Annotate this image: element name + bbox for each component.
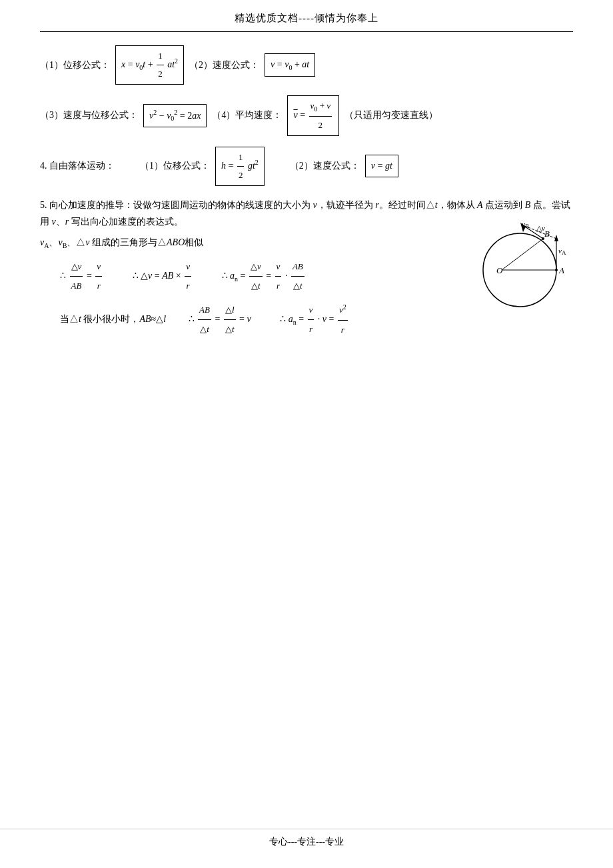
svg-text:B: B <box>544 229 550 239</box>
label-freefall: 4. 自由落体运动： <box>40 157 115 175</box>
header-title: 精选优质文档----倾情为你奉上 <box>235 13 378 23</box>
note-uniform: （只适用匀变速直线） <box>344 106 438 125</box>
svg-text:A: A <box>558 265 564 275</box>
formula-avg-vel: v = v0 + v 2 <box>287 95 339 136</box>
label-vel-disp: （3）速度与位移公式： <box>40 106 138 125</box>
formula-line-2: （3）速度与位移公式： v2 − v02 = 2ax （4）平均速度： v = … <box>40 95 573 136</box>
section-freefall: 4. 自由落体运动： （1）位移公式： h = 1 2 gt2 （2）速度公式：… <box>40 147 573 186</box>
section-kinematics-2: （3）速度与位移公式： v2 − v02 = 2ax （4）平均速度： v = … <box>40 95 573 136</box>
label-velocity: （2）速度公式： <box>189 56 259 75</box>
page: 精选优质文档----倾情为你奉上 （1）位移公式： x = v0t + 1 2 … <box>0 0 613 868</box>
label-freefall-disp: （1）位移公式： <box>140 157 210 175</box>
svg-text:vA: vA <box>558 247 566 256</box>
page-footer: 专心---专注---专业 <box>0 829 613 848</box>
formula-velocity: v = v0 + at <box>265 53 315 77</box>
page-header: 精选优质文档----倾情为你奉上 <box>40 0 573 32</box>
formula-freefall-vel: v = gt <box>365 155 398 177</box>
formula-displacement: x = v0t + 1 2 at2 <box>115 45 184 85</box>
section-kinematics-1: （1）位移公式： x = v0t + 1 2 at2 （2）速度公式： v = … <box>40 45 573 85</box>
label-freefall-vel: （2）速度公式： <box>290 157 360 175</box>
label-displacement: （1）位移公式： <box>40 56 110 75</box>
formula-line-1: （1）位移公式： x = v0t + 1 2 at2 （2）速度公式： v = … <box>40 45 573 85</box>
section-centripetal: 5. 向心加速度的推导：设做匀速圆周运动的物体的线速度的大小为 v，轨迹半径为 … <box>40 197 573 340</box>
svg-text:vB: vB <box>522 220 529 229</box>
svg-line-7 <box>502 239 543 270</box>
formula-freefall-disp: h = 1 2 gt2 <box>215 147 265 186</box>
label-avg-vel: （4）平均速度： <box>212 106 282 125</box>
formula-vel-disp: v2 − v02 = 2ax <box>143 104 207 127</box>
svg-text:△v: △v <box>536 224 545 232</box>
footer-text: 专心---专注---专业 <box>269 837 344 847</box>
formula-line-3: 4. 自由落体运动： （1）位移公式： h = 1 2 gt2 （2）速度公式：… <box>40 147 573 186</box>
circle-diagram: O A B vA vB △v <box>470 207 576 313</box>
